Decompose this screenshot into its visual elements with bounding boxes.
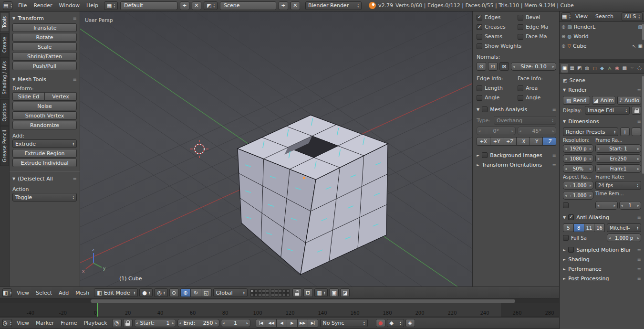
edges-toggle[interactable]: Edges	[477, 14, 518, 21]
snap-toggle[interactable]: Ω	[303, 288, 313, 297]
tab-render-icon[interactable]: ▣	[561, 64, 568, 73]
render-presets-dropdown[interactable]: Render Presets	[563, 127, 618, 136]
menu-view[interactable]: View	[13, 319, 32, 327]
menu-frame[interactable]: Frame	[57, 319, 80, 327]
expand-icon[interactable]: ⊕	[561, 43, 565, 49]
vertex-perface-normals-toggle[interactable]: ⊡	[488, 62, 498, 71]
properties-scrollbar[interactable]	[642, 76, 644, 174]
vertex-slide-button[interactable]: Vertex	[45, 92, 77, 101]
filter-size-field[interactable]: 1.000 p	[607, 233, 641, 242]
panel-sampled-motion-blur-header[interactable]: ► Sampled Motion Blur ≡	[563, 245, 641, 255]
tool-tab-shading-uvs[interactable]: Shading / UVs	[0, 57, 9, 98]
manipulator-translate-toggle[interactable]: ⊕	[180, 288, 191, 297]
noise-button[interactable]: Noise	[12, 102, 77, 110]
outliner-scrollbar[interactable]	[642, 24, 644, 40]
layer-toggle[interactable]	[282, 293, 286, 297]
slide-edge-button[interactable]: Slide Ed	[12, 92, 45, 101]
tool-tab-options[interactable]: Options	[0, 99, 9, 126]
panel-performance-header[interactable]: ► Performance ≡	[563, 264, 641, 274]
face-normals-toggle[interactable]: ⊠	[499, 62, 509, 71]
layer-toggle[interactable]	[266, 289, 269, 293]
resolution-x-field[interactable]: 1920 p	[563, 144, 593, 153]
layer-toggle[interactable]	[279, 289, 282, 293]
render-anim-button[interactable]: ◪Anim	[592, 96, 616, 105]
lock-time-toggle[interactable]	[123, 319, 133, 327]
play-button[interactable]: ▶	[287, 319, 298, 328]
menu-search[interactable]: Search	[592, 12, 617, 21]
creases-checkbox[interactable]	[477, 24, 482, 30]
panel-background-images-header[interactable]: ► Background Images ≡	[477, 150, 556, 160]
sampled-motion-blur-checkbox[interactable]	[568, 247, 574, 253]
menu-window[interactable]: Window	[56, 1, 83, 10]
aa-filter-dropdown[interactable]: Mitchell-	[607, 223, 641, 232]
menu-playback[interactable]: Playback	[80, 319, 110, 327]
render-button[interactable]: ▨Rend	[563, 96, 590, 105]
layer-toggle[interactable]	[271, 289, 274, 293]
edges-checkbox[interactable]	[477, 15, 482, 21]
seams-toggle[interactable]: Seams	[477, 33, 518, 40]
sync-dropdown[interactable]: No Sync	[320, 319, 368, 327]
tab-particles-icon[interactable]: ∵	[629, 64, 636, 73]
vertex-normals-toggle[interactable]: ⊙	[477, 62, 486, 71]
full-sample-toggle[interactable]: Full Sa	[563, 235, 605, 241]
resolution-percent-slider[interactable]: 50%	[563, 164, 593, 173]
aa-samples-16[interactable]: 16	[594, 223, 605, 232]
tab-object-icon[interactable]: ◻	[591, 64, 598, 73]
editor-type-selector[interactable]: ◷	[2, 319, 12, 327]
layer-toggle[interactable]	[262, 289, 265, 293]
full-sample-checkbox[interactable]	[563, 235, 569, 241]
editor-type-selector[interactable]: ◧	[2, 288, 12, 297]
layer-toggle[interactable]	[275, 289, 278, 293]
layer-toggle[interactable]	[254, 293, 258, 297]
remove-preset-button[interactable]: −	[632, 127, 641, 136]
insert-keyframe-button[interactable]: ◈	[405, 319, 415, 327]
border-toggle[interactable]	[563, 201, 593, 210]
play-reverse-button[interactable]: ◀	[277, 319, 287, 328]
panel-deselect-header[interactable]: ▼ (De)select All ≡	[12, 174, 77, 183]
extrude-dropdown[interactable]: Extrude	[12, 139, 77, 148]
panel-anti-aliasing-header[interactable]: ▼ Anti-Aliasing ≡	[563, 212, 641, 222]
layer-toggle[interactable]	[258, 293, 261, 297]
expand-icon[interactable]: ⊕	[561, 24, 565, 30]
aspect-x-field[interactable]: : 1.000	[563, 181, 593, 190]
border-checkbox[interactable]	[563, 202, 569, 208]
aa-samples-5[interactable]: 5	[563, 223, 574, 232]
panel-dimensions-header[interactable]: ▼ Dimensions ≡	[563, 117, 641, 126]
menu-select[interactable]: Select	[32, 289, 55, 297]
frame-end-field[interactable]: End:250	[177, 319, 219, 327]
menu-file[interactable]: File	[15, 1, 30, 10]
push-pull-button[interactable]: Push/Pull	[12, 62, 77, 70]
face-angle-toggle[interactable]: Angle	[518, 95, 556, 101]
add-preset-button[interactable]: +	[620, 127, 630, 136]
menu-help[interactable]: Help	[83, 1, 102, 10]
renderable-icon[interactable]: ▣	[638, 43, 643, 49]
close-layout-button[interactable]: ✕	[192, 1, 201, 10]
layer-toggle[interactable]	[271, 293, 274, 297]
layer-toggle[interactable]	[286, 293, 290, 297]
bevel-toggle[interactable]: Bevel	[518, 14, 556, 21]
seams-checkbox[interactable]	[477, 34, 482, 40]
tool-tab-create[interactable]: Create	[0, 33, 9, 56]
next-keyframe-button[interactable]: ▶▶	[298, 319, 308, 328]
mode-dropdown[interactable]: ◧Edit Mode	[94, 288, 138, 297]
fps-dropdown[interactable]: 24 fps	[595, 181, 641, 190]
render-engine-dropdown[interactable]: Blender Render	[305, 1, 362, 10]
viewport-3d[interactable]: zxy User Persp (1) Cube	[80, 11, 472, 287]
extrude-region-button[interactable]: Extrude Region	[12, 149, 77, 158]
render-display-dropdown[interactable]: Image Edi	[585, 106, 630, 115]
angle-min-field[interactable]: 0°	[477, 127, 516, 135]
panel-render-header[interactable]: ▼ Render ≡	[563, 85, 641, 95]
orientation-dropdown[interactable]: Global	[213, 288, 248, 297]
length-checkbox[interactable]	[477, 85, 482, 91]
keying-set-dropdown[interactable]: ◆	[387, 319, 404, 327]
face-area-toggle[interactable]: Area	[518, 85, 556, 91]
layer-toggle[interactable]	[258, 289, 261, 293]
opengl-render-image-button[interactable]: ▣	[329, 288, 339, 297]
axis-button-y[interactable]: -Y	[530, 137, 543, 146]
layer-toggle[interactable]	[250, 289, 254, 293]
screen-layout-name[interactable]: Default	[120, 1, 177, 10]
scene-name-field[interactable]: Scene	[220, 1, 276, 10]
screen-layout-browse[interactable]: ▦	[104, 1, 118, 10]
lock-layers-toggle[interactable]	[292, 288, 302, 297]
area-checkbox[interactable]	[518, 85, 523, 91]
